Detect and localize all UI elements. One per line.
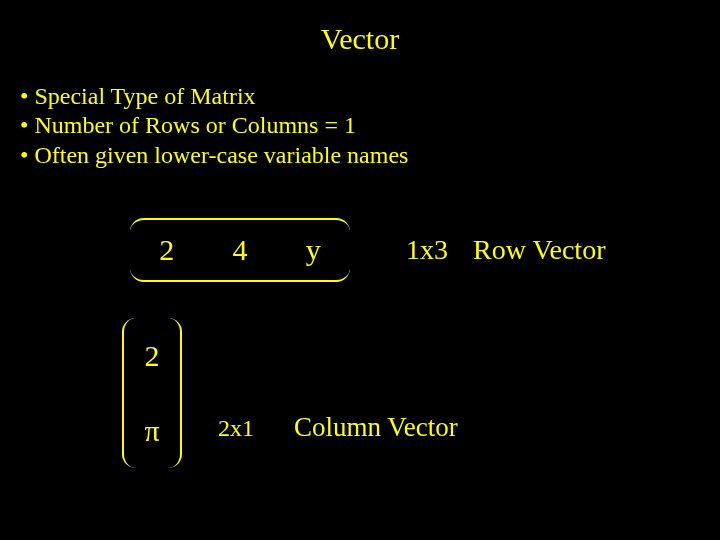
row-vector-label-group: 1x3 Row Vector: [406, 234, 605, 266]
bullet-item: • Often given lower-case variable names: [20, 141, 408, 170]
col-vector-cell: 2: [145, 339, 160, 373]
row-vector-cell: 4: [232, 233, 247, 267]
col-vector-dim: 2x1: [218, 415, 254, 442]
col-vector-cell: π: [144, 414, 159, 448]
row-vector-bracket: 2 4 y: [130, 218, 350, 282]
row-vector-cell: y: [306, 233, 321, 267]
row-vector-group: 2 4 y 1x3 Row Vector: [130, 218, 605, 282]
bullet-text: Special Type of Matrix: [34, 83, 255, 109]
row-vector-label: Row Vector: [473, 234, 605, 265]
row-vector-dim: 1x3: [406, 234, 448, 265]
bullet-item: • Number of Rows or Columns = 1: [20, 111, 408, 140]
col-vector-cells: 2 π: [124, 318, 180, 468]
col-vector-group: 2 π: [122, 318, 182, 468]
bullet-text: Often given lower-case variable names: [34, 142, 408, 168]
col-vector-label-group: 2x1 Column Vector: [218, 412, 458, 443]
bullet-list: • Special Type of Matrix • Number of Row…: [20, 82, 408, 170]
slide: Vector • Special Type of Matrix • Number…: [0, 0, 720, 540]
row-vector-cell: 2: [159, 233, 174, 267]
bullet-item: • Special Type of Matrix: [20, 82, 408, 111]
col-vector-label: Column Vector: [294, 412, 458, 443]
slide-title: Vector: [0, 22, 720, 56]
row-vector-cells: 2 4 y: [130, 220, 350, 280]
col-vector-bracket: 2 π: [122, 318, 182, 468]
bullet-text: Number of Rows or Columns = 1: [34, 112, 356, 138]
